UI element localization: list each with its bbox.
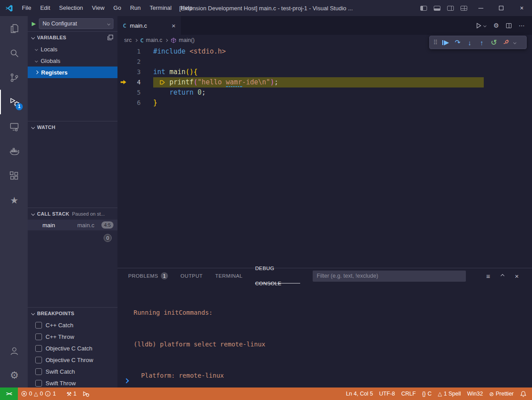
search-icon[interactable] bbox=[0, 41, 28, 65]
checkbox[interactable] bbox=[35, 357, 42, 363]
start-debug-icon[interactable]: ▶ bbox=[32, 21, 36, 27]
step-over-button[interactable]: ↷ bbox=[452, 36, 464, 49]
breakpoint-cpp-throw[interactable]: C++ Throw bbox=[28, 331, 117, 342]
watch-title: WATCH bbox=[37, 125, 55, 130]
debug-toolbar: ⠿ ▶ ↷ ↓ ↑ ↺ bbox=[429, 36, 527, 49]
console-filter-input[interactable] bbox=[313, 271, 466, 282]
breakpoint-gutter[interactable] bbox=[117, 67, 130, 77]
close-button[interactable]: × bbox=[511, 0, 532, 16]
menu-go[interactable]: Go bbox=[109, 0, 126, 16]
docker-icon[interactable] bbox=[0, 139, 28, 163]
run-and-debug-icon[interactable]: 1 bbox=[0, 90, 28, 114]
restart-button[interactable]: ↺ bbox=[488, 36, 500, 49]
tab-main-c[interactable]: C main.c × bbox=[117, 16, 181, 35]
extensions-icon[interactable] bbox=[0, 163, 28, 188]
current-statement-icon bbox=[159, 79, 165, 85]
split-editor-icon[interactable] bbox=[506, 23, 511, 28]
tab-terminal[interactable]: TERMINAL bbox=[215, 268, 243, 283]
breakpoint-objc-catch[interactable]: Objective C Catch bbox=[28, 342, 117, 354]
bp-label: Objective C Throw bbox=[46, 357, 93, 363]
close-tab-icon[interactable]: × bbox=[172, 22, 176, 29]
breadcrumb-symbol[interactable]: main() bbox=[171, 37, 194, 43]
stack-frame-row[interactable]: main main.c 4:5 bbox=[28, 220, 117, 230]
current-line-arrow-icon[interactable] bbox=[117, 77, 130, 88]
debug-status-icon[interactable] bbox=[80, 388, 92, 400]
platform-indicator[interactable]: Win32 bbox=[464, 388, 486, 400]
breakpoint-gutter[interactable] bbox=[117, 88, 130, 98]
cursor-position[interactable]: Ln 4, Col 5 bbox=[343, 388, 376, 400]
breakpoint-swift-catch[interactable]: Swift Catch bbox=[28, 366, 117, 377]
maximize-panel-icon[interactable] bbox=[499, 272, 506, 279]
disconnect-button[interactable] bbox=[500, 36, 512, 49]
variables-row-globals[interactable]: Globals bbox=[28, 55, 117, 67]
chevron-down-icon[interactable] bbox=[512, 42, 517, 44]
remote-indicator[interactable]: >< bbox=[0, 388, 18, 400]
variables-row-registers[interactable]: Registers bbox=[28, 67, 117, 78]
toggle-sidebar-icon[interactable] bbox=[417, 0, 430, 16]
checkbox[interactable] bbox=[35, 322, 42, 329]
call-stack-header[interactable]: CALL STACK Paused on st... bbox=[28, 208, 117, 220]
variables-header[interactable]: VARIABLES bbox=[28, 32, 117, 43]
chevron-right-icon bbox=[165, 38, 168, 42]
menu-selection[interactable]: Selection bbox=[54, 0, 87, 16]
output-actions-icon[interactable]: ≡ bbox=[485, 272, 492, 279]
toggle-secondary-sidebar-icon[interactable] bbox=[444, 0, 457, 16]
symbol-cube-icon bbox=[171, 38, 176, 43]
launch-config-dropdown[interactable]: No Configurat bbox=[39, 18, 113, 29]
breakpoint-gutter[interactable] bbox=[117, 98, 130, 108]
language-mode[interactable]: {} C bbox=[419, 388, 435, 400]
menu-edit[interactable]: Edit bbox=[36, 0, 54, 16]
drag-handle-icon[interactable]: ⠿ bbox=[431, 36, 440, 49]
breakpoint-gutter[interactable] bbox=[117, 46, 130, 57]
watch-header[interactable]: WATCH bbox=[28, 121, 117, 133]
breakpoint-cpp-catch[interactable]: C++ Catch bbox=[28, 319, 117, 331]
eol-indicator[interactable]: CRLF bbox=[398, 388, 419, 400]
tab-output[interactable]: OUTPUT bbox=[180, 268, 203, 283]
menu-run[interactable]: Run bbox=[126, 0, 145, 16]
customize-layout-icon[interactable] bbox=[457, 0, 470, 16]
code-editor[interactable]: 1 #include <stdio.h> 2 3 int main(){ 4 p… bbox=[117, 46, 532, 108]
tools-status[interactable]: ⚒ 1 bbox=[63, 388, 80, 400]
close-panel-icon[interactable]: × bbox=[513, 272, 520, 279]
frame-file: main.c bbox=[77, 222, 101, 229]
toggle-panel-icon[interactable] bbox=[430, 0, 444, 16]
spell-checker-status[interactable]: △ 1 Spell bbox=[435, 388, 464, 400]
menu-view[interactable]: View bbox=[88, 0, 109, 16]
step-out-button[interactable]: ↑ bbox=[476, 36, 488, 49]
checkbox[interactable] bbox=[35, 368, 42, 375]
account-icon[interactable] bbox=[0, 338, 28, 363]
breadcrumb-file[interactable]: C main.c bbox=[140, 37, 163, 44]
more-actions-icon[interactable]: ⋯ bbox=[519, 22, 525, 29]
console-input-prompt[interactable] bbox=[125, 377, 128, 384]
problems-status[interactable]: 0 △ 0 1 bbox=[18, 388, 59, 400]
breakpoint-objc-throw[interactable]: Objective C Throw bbox=[28, 354, 117, 366]
run-or-debug-icon[interactable] bbox=[476, 22, 486, 29]
breadcrumb-folder[interactable]: src bbox=[124, 37, 132, 43]
notifications-bell-icon[interactable] bbox=[517, 388, 532, 400]
collapse-all-icon[interactable] bbox=[107, 34, 113, 41]
breakpoint-swift-throw[interactable]: Swift Throw bbox=[28, 377, 117, 388]
configure-gear-icon[interactable]: ⚙ bbox=[493, 22, 499, 29]
checkbox[interactable] bbox=[35, 345, 42, 352]
variables-row-locals[interactable]: Locals bbox=[28, 43, 117, 55]
step-into-button[interactable]: ↓ bbox=[464, 36, 476, 49]
tab-debug-console[interactable]: DEBUG CONSOLE bbox=[255, 268, 300, 283]
breakpoints-header[interactable]: BREAKPOINTS bbox=[28, 308, 117, 319]
remote-explorer-icon[interactable] bbox=[0, 114, 28, 139]
checkbox[interactable] bbox=[35, 333, 42, 340]
tab-problems[interactable]: PROBLEMS 1 bbox=[128, 268, 168, 283]
star-icon[interactable]: ★ bbox=[0, 188, 28, 212]
explorer-icon[interactable] bbox=[0, 16, 28, 41]
settings-gear-icon[interactable]: ⚙ bbox=[0, 363, 28, 388]
menu-file[interactable]: File bbox=[17, 0, 36, 16]
maximize-button[interactable] bbox=[491, 0, 511, 16]
minimize-button[interactable] bbox=[470, 0, 491, 16]
checkbox[interactable] bbox=[35, 380, 42, 387]
encoding-indicator[interactable]: UTF-8 bbox=[376, 388, 398, 400]
continue-button[interactable]: ▶ bbox=[440, 36, 452, 49]
menu-terminal[interactable]: Terminal bbox=[145, 0, 176, 16]
breakpoint-gutter[interactable] bbox=[117, 57, 130, 67]
source-control-icon[interactable] bbox=[0, 65, 28, 90]
panel-actions: ≡ × bbox=[485, 272, 527, 279]
formatter-status[interactable]: ⊘ Prettier bbox=[486, 388, 517, 400]
